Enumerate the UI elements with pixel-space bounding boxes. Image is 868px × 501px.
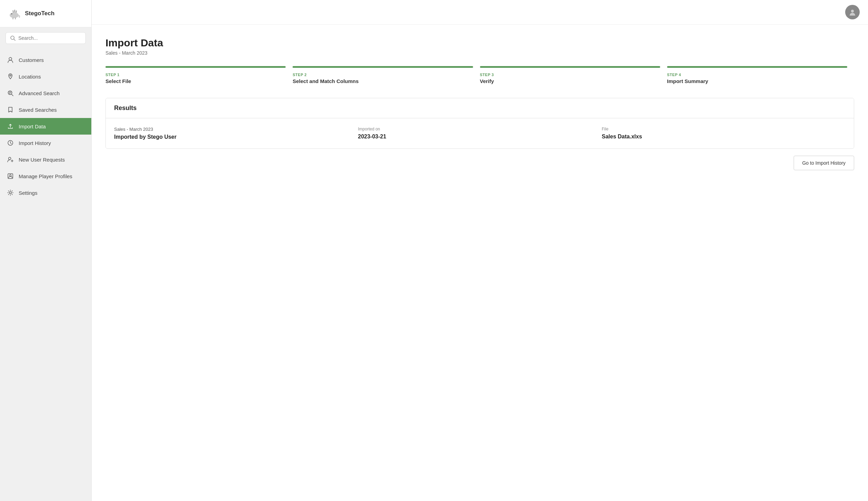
main-content: Import Data Sales - March 2023 STEP 1 Se… [92,0,868,501]
result-col-file: File Sales Data.xlxs [602,127,846,140]
svg-point-18 [9,157,11,160]
sidebar-item-label: Locations [19,74,41,80]
brand-name: StegoTech [25,10,55,17]
results-section: Results Sales - March 2023 Imported by S… [105,98,854,149]
sidebar-item-label: Import History [19,140,51,146]
sidebar-item-label: Advanced Search [19,90,59,96]
page-title: Import Data [105,37,854,49]
steps-container: STEP 1 Select File STEP 2 Select and Mat… [105,66,854,84]
sidebar-item-label: Import Data [19,124,46,129]
sidebar-item-locations[interactable]: Locations [0,68,91,85]
step-2-name: Select and Match Columns [293,78,473,84]
step-4: STEP 4 Import Summary [667,66,854,84]
svg-point-22 [10,175,11,176]
top-bar [92,0,868,25]
advanced-search-icon [7,90,14,97]
imported-on-label: Imported on [358,127,602,131]
step-2-bar [293,66,473,68]
history-icon [7,139,14,146]
svg-rect-2 [12,10,14,12]
user-plus-icon [7,156,14,163]
step-1-bar [105,66,286,68]
sidebar-item-label: Saved Searches [19,107,57,113]
brand-logo-icon [7,6,21,21]
location-icon [7,73,14,80]
page-subtitle: Sales - March 2023 [105,50,854,56]
svg-point-23 [9,192,11,194]
sidebar-item-customers[interactable]: Customers [0,52,91,68]
sidebar-item-label: New User Requests [19,157,65,163]
sidebar-item-saved-searches[interactable]: Saved Searches [0,101,91,118]
svg-point-11 [10,75,11,76]
step-1-name: Select File [105,78,286,84]
sidebar-item-import-data[interactable]: Import Data [0,118,91,135]
svg-rect-6 [15,17,16,19]
svg-rect-4 [16,10,17,13]
gear-icon [7,189,14,196]
results-header: Results [106,98,854,118]
search-box[interactable] [6,32,86,44]
step-1-label: STEP 1 [105,73,286,77]
file-value: Sales Data.xlxs [602,134,846,140]
sidebar-item-label: Settings [19,190,37,196]
imported-on-value: 2023-03-21 [358,134,602,140]
bookmark-icon [7,106,14,113]
svg-point-10 [9,57,12,60]
step-3-name: Verify [480,78,660,84]
result-subtitle: Sales - March 2023 [114,127,358,132]
step-1: STEP 1 Select File [105,66,293,84]
step-4-label: STEP 4 [667,73,847,77]
step-2-label: STEP 2 [293,73,473,77]
results-row: Sales - March 2023 Imported by Stego Use… [106,118,854,148]
result-col-importer: Sales - March 2023 Imported by Stego Use… [114,127,358,140]
sidebar-item-manage-player-profiles[interactable]: Manage Player Profiles [0,168,91,184]
step-4-bar [667,66,847,68]
svg-line-13 [12,94,13,96]
go-to-import-history-button[interactable]: Go to Import History [794,156,854,170]
sidebar-item-import-history[interactable]: Import History [0,135,91,151]
step-3-label: STEP 3 [480,73,660,77]
results-title: Results [114,104,137,111]
upload-icon [7,123,14,130]
svg-point-0 [10,12,19,18]
person-icon [7,56,14,63]
svg-rect-3 [14,10,15,12]
nav-menu: Customers Locations [0,49,91,501]
step-4-name: Import Summary [667,78,847,84]
user-avatar[interactable] [845,5,860,19]
svg-point-7 [11,13,12,14]
footer-actions: Go to Import History [105,149,854,170]
search-icon [10,35,16,41]
file-label: File [602,127,846,131]
sidebar-item-new-user-requests[interactable]: New User Requests [0,151,91,168]
sidebar-item-settings[interactable]: Settings [0,184,91,201]
sidebar-header: StegoTech [0,0,91,27]
sidebar-item-advanced-search[interactable]: Advanced Search [0,85,91,101]
step-3-bar [480,66,660,68]
search-container [0,27,91,49]
sidebar-item-label: Manage Player Profiles [19,173,72,179]
profile-icon [7,173,14,180]
result-importer-value: Imported by Stego User [114,134,358,140]
result-col-imported-on: Imported on 2023-03-21 [358,127,602,140]
sidebar: StegoTech Customers [0,0,92,501]
svg-line-9 [14,39,15,40]
svg-rect-5 [12,17,13,19]
step-2: STEP 2 Select and Match Columns [293,66,480,84]
page-body: Import Data Sales - March 2023 STEP 1 Se… [92,25,868,501]
search-input[interactable] [18,35,81,41]
svg-point-24 [851,10,854,12]
sidebar-item-label: Customers [19,57,44,63]
step-3: STEP 3 Verify [480,66,667,84]
